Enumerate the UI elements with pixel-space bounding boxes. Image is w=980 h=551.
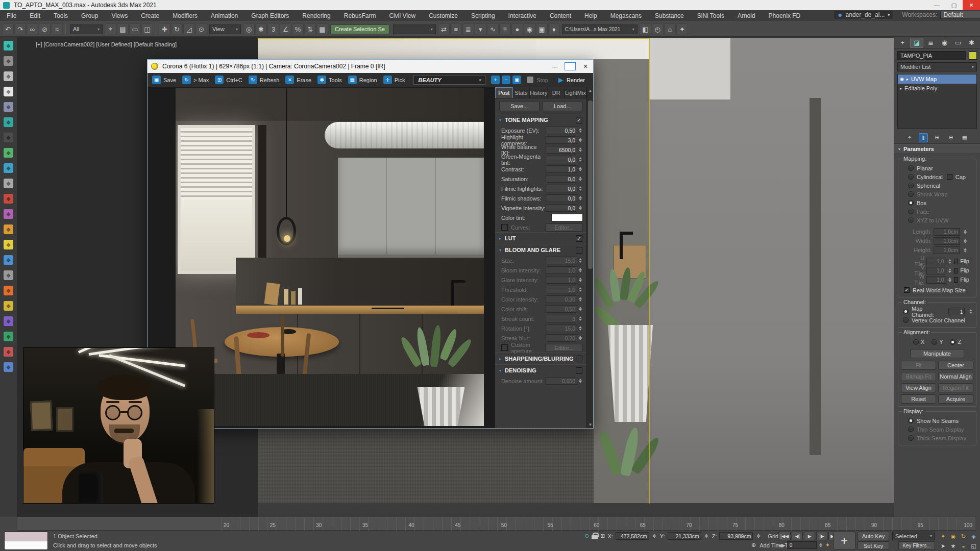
project-path-dropdown[interactable]: C:\Users\A...s Max 2021▾ [562,24,638,34]
select-object-icon[interactable]: ⌖ [105,23,116,35]
named-selection-dropdown[interactable]: ▾ [393,24,436,34]
tab-history[interactable]: History [530,87,548,98]
sini-yellow-icon[interactable]: ◆ [4,240,13,249]
parameter-value[interactable]: 3 [546,315,577,322]
account-dropdown[interactable]: ☻ ander_de_al... ▾ [834,11,893,19]
snaps-toggle-icon[interactable]: 3 [267,23,279,35]
tab-dr[interactable]: DR [548,87,565,98]
aperture-editor-button[interactable]: Editor... [545,344,583,352]
spinner[interactable] [577,257,583,264]
cap-checkbox[interactable] [947,174,952,180]
use-pivot-center-icon[interactable]: ◎ [243,23,255,35]
menu-item[interactable]: Help [578,10,604,21]
parameter-value[interactable]: 0,50 [546,305,577,313]
spinner[interactable] [755,532,761,540]
corona-title-bar[interactable]: Corona 6 (Hotfix 1) | 629×786px (1:1) | … [148,60,593,73]
ribbon-toggle-icon[interactable]: ▾ [475,23,486,35]
menu-item[interactable]: Tools [47,10,75,21]
spinner[interactable] [577,175,583,183]
bloom-glare-header[interactable]: ▾ BLOOM AND GLARE [495,244,586,256]
parameter-value[interactable]: 15,0 [546,324,577,332]
percent-snap-icon[interactable]: % [292,23,304,35]
spherical-radio[interactable] [908,183,914,188]
minimize-icon[interactable]: — [928,0,945,10]
align-z-radio[interactable] [950,339,955,345]
select-move-icon[interactable]: ✚ [159,23,170,35]
pin-stack-icon[interactable]: ⌖ [905,133,914,142]
corona-minimize-icon[interactable]: — [547,61,562,71]
listener-macro-row[interactable] [5,532,47,541]
menu-item[interactable]: Phoenix FD [762,10,807,21]
layer-manager-icon[interactable]: ≣ [462,23,474,35]
modifier-uvw-map[interactable]: ◉ ▸ UVW Map [898,74,976,84]
timeline-ruler[interactable]: 20253035404550556065707580859095100 [17,517,975,531]
utilities-tab-icon[interactable]: ✱ [965,38,978,48]
select-rotate-icon[interactable]: ↻ [171,23,183,35]
bind-to-spacewarp-icon[interactable]: ≈ [51,23,63,35]
scroll-up-icon[interactable]: ▲ [587,87,594,94]
bitmap-fit-button[interactable]: Bitmap Fit [901,372,936,381]
curve-editor-icon[interactable]: ∿ [487,23,499,35]
menu-item[interactable]: Modifiers [166,10,204,21]
acquire-button[interactable]: Acquire [938,394,973,404]
cylindrical-radio[interactable] [908,174,914,180]
object-color-swatch[interactable] [969,52,977,60]
spinner[interactable] [577,266,583,274]
sini-gold-icon[interactable]: ◆ [4,301,13,311]
set-key-button[interactable]: Set Key [857,541,889,550]
select-manipulate-icon[interactable]: ✱ [255,23,267,35]
sini-amber-icon[interactable]: ◆ [4,224,13,234]
state-sets-icon[interactable]: ◴ [652,23,664,35]
sini-green-icon[interactable]: ◆ [4,148,13,158]
scrollbar-thumb[interactable] [588,101,593,269]
menu-item[interactable]: Substance [648,10,691,21]
render-button[interactable]: ▶ Render [553,76,590,84]
isolate-selection-icon[interactable]: ⊙ [584,533,589,539]
corona-refresh-button[interactable]: ↻ Refresh [247,74,283,85]
menu-item[interactable]: Animation [204,10,244,21]
expand-icon[interactable]: ▸ [900,86,902,91]
schematic-view-icon[interactable]: ⌗ [499,23,511,35]
parameter-value[interactable]: 1,0 [546,286,577,293]
sini-crimson-icon[interactable]: ◆ [4,347,13,357]
sini-star-icon[interactable]: ◆ [4,41,13,51]
tab-post[interactable]: Post [495,87,513,98]
color-tint-swatch[interactable] [551,214,583,221]
corona-save-button[interactable]: ▣ Save [151,74,180,85]
sini-azure-icon[interactable]: ◆ [4,255,13,265]
spinner[interactable] [577,295,583,303]
next-frame-button[interactable]: |▶ [816,532,827,540]
denoise-amount-value[interactable]: 0,650 [546,377,577,385]
walk-through-icon[interactable]: ★ [948,541,958,550]
maximize-viewport-icon[interactable]: ◱ [969,541,978,550]
denoising-checkbox[interactable] [576,367,582,374]
parameter-value[interactable]: 0,0 [546,194,577,202]
key-mode-toggle-icon[interactable]: ◀▶ [778,543,786,548]
snap-keys-icon[interactable]: ◉ [948,532,958,541]
menu-item[interactable]: Customize [422,10,464,21]
y-coordinate-field[interactable]: 21,333cm [668,532,701,540]
parameter-value[interactable]: 0,20 [546,334,577,342]
show-end-result-icon[interactable]: ‖ [919,133,928,142]
parameter-value[interactable]: 15,0 [546,257,577,264]
configure-modifier-sets-icon[interactable]: ▦ [960,133,969,142]
create-key-button[interactable]: + [833,532,855,549]
listener-script-row[interactable] [5,541,47,549]
planar-radio[interactable] [908,165,914,171]
menu-item[interactable]: SiNi Tools [691,10,731,21]
sini-purple-icon[interactable]: ◆ [4,209,13,219]
sini-red-icon[interactable]: ◆ [4,194,13,204]
tab-lightmix[interactable]: LightMix [565,87,586,98]
undo-icon[interactable]: ↶ [2,23,14,35]
transform-gizmo-icon[interactable]: ⊞ [600,533,605,539]
spinner[interactable] [962,228,968,236]
create-tab-icon[interactable]: + [896,38,909,48]
menu-item[interactable]: Interactive [502,10,543,21]
key-selection-dropdown[interactable]: Selected ▾ [892,532,935,540]
align-y-radio[interactable] [932,339,937,345]
spinner[interactable] [577,127,583,134]
sini-lavender-icon[interactable]: ◆ [4,102,13,112]
spinner[interactable] [652,532,657,540]
workspace-dropdown[interactable]: Default ▾ [940,11,980,19]
map-channel-field[interactable]: 1 [948,308,965,315]
